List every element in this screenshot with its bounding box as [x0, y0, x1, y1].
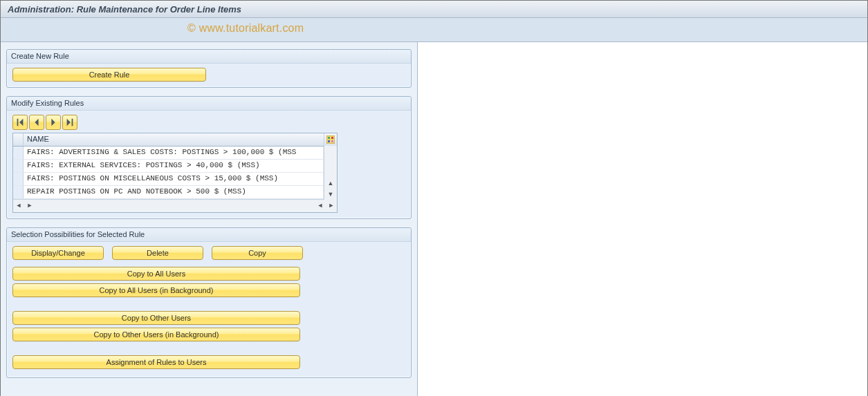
svg-rect-4 — [331, 140, 333, 142]
row-selector[interactable] — [13, 160, 24, 172]
scroll-right-icon[interactable]: ► — [24, 200, 35, 211]
svg-rect-2 — [331, 137, 333, 139]
first-page-icon[interactable] — [12, 115, 28, 130]
panel-selection-possibilities: Selection Possibilities for Selected Rul… — [6, 227, 412, 378]
table-row[interactable]: REPAIR POSTINGS ON PC AND NOTEBOOK > 500… — [13, 186, 337, 199]
scroll-up-icon[interactable]: ▲ — [325, 178, 336, 189]
table-row[interactable]: FAIRS: ADVERTISING & SALES COSTS: POSTIN… — [13, 147, 337, 160]
cell-name: FAIRS: EXTERNAL SERVICES: POSTINGS > 40,… — [24, 160, 324, 172]
copy-to-other-users-bg-button[interactable]: Copy to Other Users (in Background) — [12, 328, 300, 341]
app-window: Administration: Rule Maintenance for Ord… — [0, 0, 868, 396]
cell-name: FAIRS: POSTINGS ON MISCELLANEOUS COSTS >… — [24, 173, 324, 185]
table-row[interactable]: FAIRS: EXTERNAL SERVICES: POSTINGS > 40,… — [13, 160, 337, 173]
right-pane — [418, 42, 867, 396]
panel-title: Selection Possibilities for Selected Rul… — [7, 228, 411, 242]
application-toolbar: © www.tutorialkart.com — [1, 18, 867, 42]
svg-rect-0 — [326, 135, 335, 144]
svg-rect-3 — [328, 140, 330, 142]
scroll-left-end-icon[interactable]: ◄ — [315, 200, 326, 211]
delete-button[interactable]: Delete — [112, 246, 203, 260]
copy-button[interactable]: Copy — [212, 246, 303, 260]
assignment-rules-users-button[interactable]: Assignment of Rules to Users — [12, 355, 300, 369]
row-selector[interactable] — [13, 186, 24, 198]
scroll-right-end-icon[interactable]: ► — [326, 200, 337, 211]
panel-create-rule: Create New Rule Create Rule — [6, 49, 412, 88]
panel-title: Modify Existing Rules — [7, 97, 411, 111]
table-row[interactable]: FAIRS: POSTINGS ON MISCELLANEOUS COSTS >… — [13, 173, 337, 186]
column-header-name[interactable]: NAME — [24, 133, 324, 146]
table-settings-icon[interactable] — [324, 133, 337, 146]
horizontal-scrollbar[interactable]: ◄ ► ◄ ► — [13, 199, 337, 212]
scroll-left-icon[interactable]: ◄ — [13, 200, 24, 211]
create-rule-button[interactable]: Create Rule — [12, 68, 206, 82]
table-toolbar — [12, 115, 405, 130]
watermark-text: © www.tutorialkart.com — [187, 22, 304, 35]
cell-name: FAIRS: ADVERTISING & SALES COSTS: POSTIN… — [24, 147, 324, 159]
row-selector[interactable] — [13, 147, 24, 159]
page-title: Administration: Rule Maintenance for Ord… — [8, 4, 241, 15]
scroll-down-icon[interactable]: ▼ — [325, 189, 336, 200]
vertical-scrollbar[interactable]: ▲ ▼ — [324, 146, 337, 200]
panel-modify-rules: Modify Existing Rules — [6, 96, 412, 219]
select-all-handle[interactable] — [13, 133, 24, 146]
title-bar: Administration: Rule Maintenance for Ord… — [1, 1, 867, 18]
row-selector[interactable] — [13, 173, 24, 185]
last-page-icon[interactable] — [62, 115, 77, 130]
panel-title: Create New Rule — [7, 50, 411, 64]
svg-rect-1 — [328, 137, 330, 139]
left-pane: Create New Rule Create Rule Modify Exist… — [1, 42, 418, 396]
copy-to-other-users-button[interactable]: Copy to Other Users — [12, 311, 300, 325]
cell-name: REPAIR POSTINGS ON PC AND NOTEBOOK > 500… — [24, 186, 324, 198]
next-page-icon[interactable] — [46, 115, 61, 130]
display-change-button[interactable]: Display/Change — [12, 246, 104, 260]
copy-to-all-users-button[interactable]: Copy to All Users — [12, 267, 300, 281]
rules-table: NAME FAIRS: ADVERTISING & SALES COSTS: P… — [12, 133, 338, 213]
copy-to-all-users-bg-button[interactable]: Copy to All Users (in Background) — [12, 283, 300, 297]
content-area: Create New Rule Create Rule Modify Exist… — [1, 42, 867, 396]
prev-page-icon[interactable] — [29, 115, 44, 130]
table-header-row: NAME — [13, 133, 337, 147]
